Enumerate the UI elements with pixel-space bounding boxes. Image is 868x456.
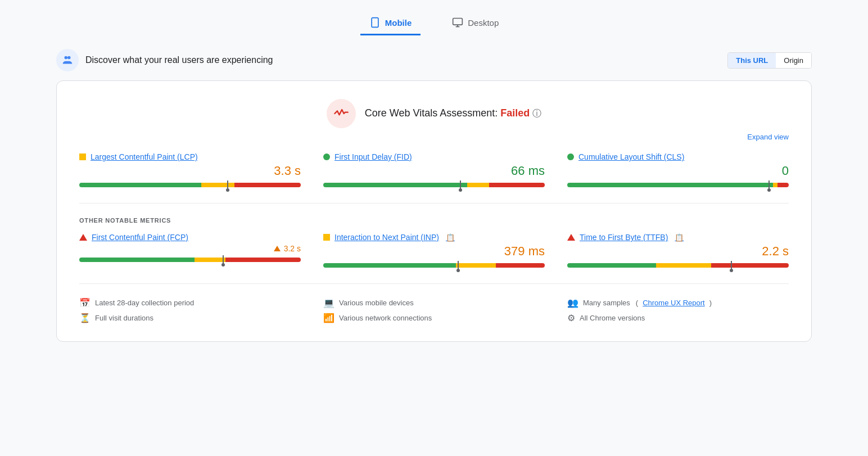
lcp-value: 3.3 s [79,164,301,178]
people-icon: 👥 [567,297,578,308]
fcp-indicator [79,234,87,241]
metric-cls: Cumulative Layout Shift (CLS) 0 [567,152,789,187]
fid-indicator [323,153,330,160]
users-icon [61,54,74,66]
footer-full-visit: ⏳ Full visit durations [79,313,301,323]
inp-label[interactable]: Interaction to Next Paint (INP) 📋 [323,233,545,242]
core-metrics-grid: Largest Contentful Paint (LCP) 3.3 s [79,152,789,204]
url-origin-toggle: This URL Origin [727,52,812,69]
desktop-icon [452,17,463,28]
expand-view-link[interactable]: Expand view [79,133,789,141]
fid-bar [323,183,545,187]
inp-value: 379 ms [323,244,545,259]
footer-chrome-versions: ⚙ All Chrome versions [567,313,789,323]
inp-indicator [323,234,330,241]
cls-label[interactable]: Cumulative Layout Shift (CLS) [567,152,789,161]
cls-bar [567,183,789,187]
assessment-title: Core Web Vitals Assessment: Failed ⓘ [365,107,541,120]
notable-metrics-label: OTHER NOTABLE METRICS [79,217,789,224]
ttfb-bar-marker [731,261,732,270]
clock-icon: ⏳ [79,313,91,323]
info-icon[interactable]: ⓘ [532,109,541,118]
tab-desktop-label: Desktop [468,18,499,28]
tab-mobile-label: Mobile [385,18,412,28]
ttfb-lab-icon: 📋 [675,233,684,242]
inp-bar-marker [458,261,459,270]
fcp-label[interactable]: First Contentful Paint (FCP) [79,233,301,242]
fcp-bar [79,258,301,262]
assessment-icon [327,99,356,128]
chrome-ux-link[interactable]: Chrome UX Report [643,299,705,307]
footer-mobile-devices: 💻 Various mobile devices [323,297,545,308]
svg-point-6 [67,56,71,60]
footer-collection-period: 📅 Latest 28-day collection period [79,297,301,308]
lcp-indicator [79,153,86,160]
assessment-header: Core Web Vitals Assessment: Failed ⓘ [79,99,789,128]
ttfb-label[interactable]: Time to First Byte (TTFB) 📋 [567,233,789,242]
footer-col1: 📅 Latest 28-day collection period ⏳ Full… [79,297,301,323]
footer-many-samples: 👥 Many samples (Chrome UX Report) [567,297,789,308]
header-icon [56,49,79,71]
ttfb-bar [567,263,789,268]
footer-col2: 💻 Various mobile devices 📶 Various netwo… [323,297,545,323]
lcp-bar [79,183,301,187]
tab-mobile[interactable]: Mobile [360,11,421,35]
cls-bar-marker [768,180,770,189]
notable-metrics-grid: First Contentful Paint (FCP) 3.2 s [79,233,789,284]
monitor-icon: 💻 [323,297,334,308]
tab-bar: Mobile Desktop [56,11,812,35]
fid-value: 66 ms [323,164,545,178]
main-card: Core Web Vitals Assessment: Failed ⓘ Exp… [56,80,812,342]
section-header-left: Discover what your real users are experi… [56,49,273,71]
metric-inp: Interaction to Next Paint (INP) 📋 379 ms [323,233,545,268]
metric-fcp: First Contentful Paint (FCP) 3.2 s [79,233,301,268]
lcp-label[interactable]: Largest Contentful Paint (LCP) [79,152,301,161]
fcp-bar-marker [223,255,224,264]
calendar-icon: 📅 [79,297,91,308]
cls-value: 0 [567,164,789,178]
this-url-button[interactable]: This URL [728,53,776,68]
mobile-icon [369,17,381,28]
inp-bar [323,263,545,268]
ttfb-value: 2.2 s [567,244,789,259]
tab-desktop[interactable]: Desktop [443,11,508,35]
ttfb-indicator [567,234,575,241]
footer-grid: 📅 Latest 28-day collection period ⏳ Full… [79,297,789,323]
metric-lcp: Largest Contentful Paint (LCP) 3.3 s [79,152,301,187]
fcp-value: 3.2 s [284,244,301,253]
assessment-status: Failed [500,107,530,119]
origin-button[interactable]: Origin [776,53,811,68]
metric-fid: First Input Delay (FID) 66 ms [323,152,545,187]
svg-rect-0 [372,18,378,28]
fcp-warn-icon [274,246,281,251]
section-header: Discover what your real users are experi… [56,49,812,71]
header-title: Discover what your real users are experi… [85,55,273,65]
lcp-bar-marker [227,180,228,189]
cls-indicator [567,153,574,160]
fid-bar-marker [460,180,461,189]
footer-network: 📶 Various network connections [323,313,545,323]
wifi-icon: 📶 [323,313,334,323]
chrome-icon: ⚙ [567,313,575,323]
metric-ttfb: Time to First Byte (TTFB) 📋 2.2 s [567,233,789,268]
fcp-value-row: 3.2 s [79,244,301,253]
footer-col3: 👥 Many samples (Chrome UX Report) ⚙ All … [567,297,789,323]
fid-label[interactable]: First Input Delay (FID) [323,152,545,161]
inp-lab-icon: 📋 [446,233,455,242]
svg-rect-2 [453,19,463,25]
vitals-icon [333,106,349,121]
svg-point-5 [65,56,68,60]
